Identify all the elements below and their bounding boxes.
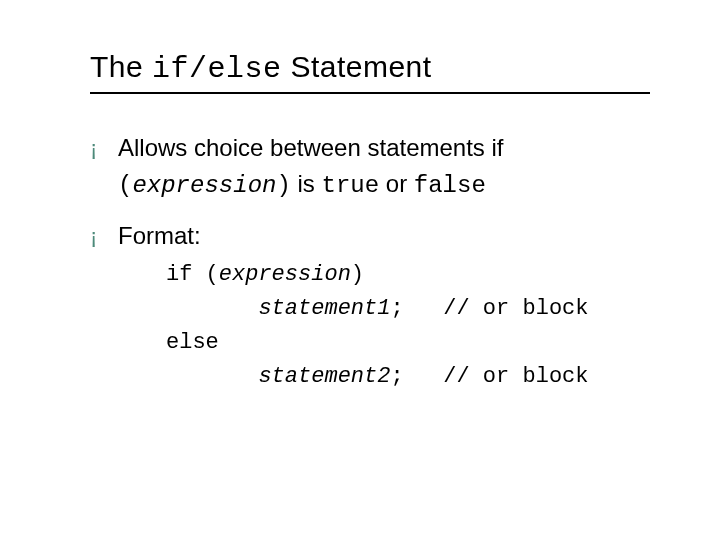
bullet-1: Allows choice between statements if (exp… [90, 130, 665, 204]
b1-pre: Allows choice between statements if [118, 134, 504, 161]
title-underline [90, 92, 650, 94]
title-pre: The [90, 50, 152, 83]
bullet-list: Allows choice between statements if (exp… [90, 130, 665, 394]
title-code: if/else [152, 52, 282, 86]
code-l4a [166, 364, 258, 389]
b1-paren-close: ) [276, 172, 290, 199]
b1-true: true [322, 172, 380, 199]
b1-false: false [414, 172, 486, 199]
slide-title: The if/else Statement [90, 50, 665, 86]
b2-label: Format: [118, 222, 201, 249]
code-l1b: expression [219, 262, 351, 287]
slide: The if/else Statement Allows choice betw… [0, 0, 720, 428]
code-l2c: ; // or block [390, 296, 588, 321]
code-l4c: ; // or block [390, 364, 588, 389]
code-l2a [166, 296, 258, 321]
b1-paren-open: ( [118, 172, 132, 199]
code-block: if (expression) statement1; // or block … [166, 258, 665, 394]
b1-mid: is [291, 170, 322, 197]
code-l1a: if ( [166, 262, 219, 287]
b1-expression: expression [132, 172, 276, 199]
code-l3: else [166, 330, 219, 355]
code-l4b: statement2 [258, 364, 390, 389]
title-post: Statement [282, 50, 432, 83]
bullet-2: Format: if (expression) statement1; // o… [90, 218, 665, 394]
code-l2b: statement1 [258, 296, 390, 321]
code-l1c: ) [351, 262, 364, 287]
b1-mid2: or [379, 170, 414, 197]
